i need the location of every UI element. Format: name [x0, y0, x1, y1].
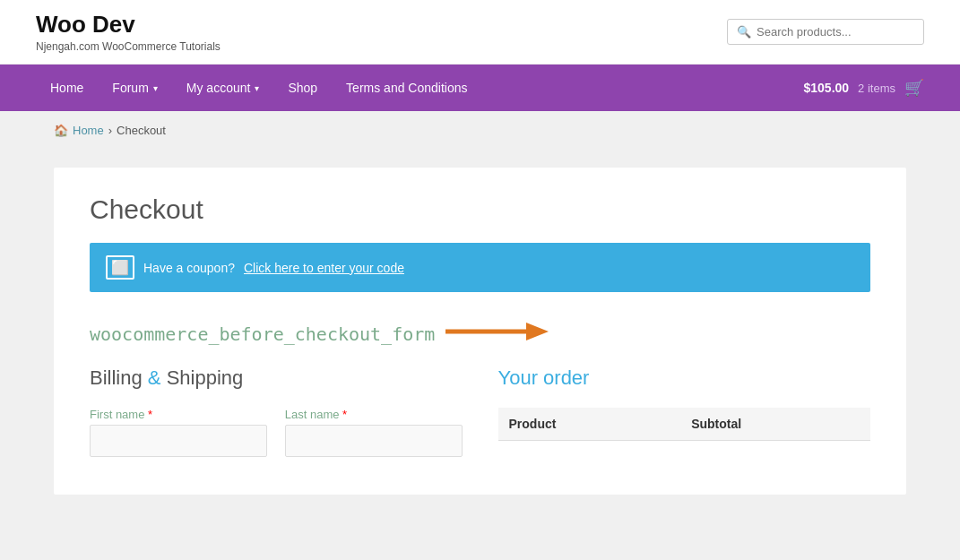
home-icon: 🏠: [54, 124, 68, 137]
cart-amount: $105.00: [803, 81, 849, 95]
first-name-input[interactable]: [90, 425, 267, 457]
site-branding: Woo Dev Njengah.com WooCommerce Tutorial…: [36, 11, 221, 53]
site-title: Woo Dev: [36, 11, 221, 39]
search-icon: 🔍: [737, 25, 751, 39]
order-section: Your order Product Subtotal: [498, 366, 871, 468]
billing-section: Billing & Shipping First name * L: [90, 366, 463, 468]
nav-link-home[interactable]: Home: [50, 81, 83, 95]
coupon-icon: ⬜: [106, 255, 134, 280]
col-product: Product: [498, 408, 681, 441]
search-input[interactable]: [757, 25, 914, 39]
main-content: Checkout ⬜ Have a coupon? Click here to …: [0, 150, 960, 530]
breadcrumb-separator: ›: [108, 124, 112, 137]
breadcrumb-current: Checkout: [117, 124, 166, 137]
main-nav: Home Forum ▾ My account ▾ Shop Terms and…: [0, 65, 960, 111]
coupon-text: Have a coupon?: [143, 261, 235, 275]
billing-title: Billing & Shipping: [90, 366, 463, 390]
site-subtitle: Njengah.com WooCommerce Tutorials: [36, 40, 221, 53]
nav-item-myaccount[interactable]: My account ▾: [172, 81, 274, 95]
arrow-icon: [445, 319, 553, 349]
nav-link-forum[interactable]: Forum ▾: [112, 81, 157, 95]
nav-item-terms[interactable]: Terms and Conditions: [332, 81, 481, 95]
chevron-down-icon: ▾: [255, 83, 259, 93]
checkout-card: Checkout ⬜ Have a coupon? Click here to …: [54, 168, 906, 495]
form-columns: Billing & Shipping First name * L: [90, 366, 870, 468]
cart-icon[interactable]: 🛒: [904, 78, 924, 98]
col-subtotal: Subtotal: [680, 408, 870, 441]
nav-link-terms[interactable]: Terms and Conditions: [346, 81, 467, 95]
cart-items-count: 2 items: [858, 82, 895, 95]
order-title: Your order: [498, 366, 871, 390]
coupon-link[interactable]: Click here to enter your code: [244, 261, 404, 275]
last-name-input[interactable]: [285, 425, 463, 457]
checkout-title: Checkout: [90, 194, 870, 225]
breadcrumb: 🏠 Home › Checkout: [0, 111, 960, 150]
coupon-banner: ⬜ Have a coupon? Click here to enter you…: [90, 243, 870, 292]
svg-marker-1: [526, 323, 549, 340]
nav-link-myaccount[interactable]: My account ▾: [186, 81, 260, 95]
required-star: *: [148, 408, 152, 421]
nav-item-forum[interactable]: Forum ▾: [98, 81, 171, 95]
order-table: Product Subtotal: [498, 408, 871, 441]
breadcrumb-home-link[interactable]: Home: [73, 124, 104, 137]
site-header: Woo Dev Njengah.com WooCommerce Tutorial…: [0, 0, 960, 65]
first-name-group: First name *: [90, 408, 267, 457]
chevron-down-icon: ▾: [153, 83, 158, 93]
nav-item-shop[interactable]: Shop: [273, 81, 332, 95]
search-box[interactable]: 🔍: [727, 19, 924, 45]
hook-label-row: woocommerce_before_checkout_form: [90, 319, 870, 349]
cart-summary[interactable]: $105.00 2 items 🛒: [803, 78, 924, 98]
last-name-label: Last name *: [285, 408, 463, 421]
nav-link-shop[interactable]: Shop: [288, 81, 317, 95]
nav-item-home[interactable]: Home: [36, 81, 98, 95]
nav-links: Home Forum ▾ My account ▾ Shop Terms and…: [36, 81, 482, 95]
first-name-label: First name *: [90, 408, 267, 421]
hook-label-text: woocommerce_before_checkout_form: [90, 323, 435, 345]
name-fields-row: First name * Last name *: [90, 408, 463, 457]
required-star: *: [342, 408, 347, 421]
last-name-group: Last name *: [285, 408, 463, 457]
